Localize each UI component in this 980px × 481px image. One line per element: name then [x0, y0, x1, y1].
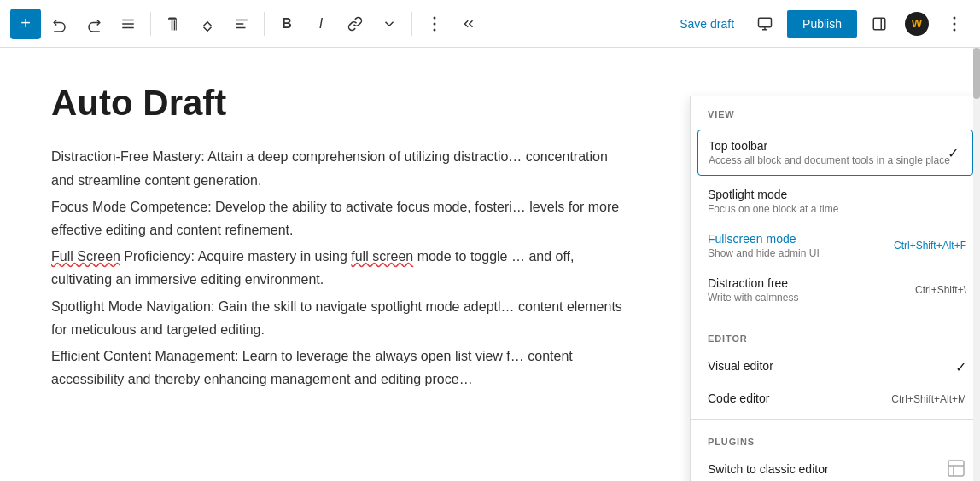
list-view-button[interactable]	[113, 9, 143, 39]
italic-button[interactable]: I	[306, 9, 336, 39]
paragraph-2: Focus Mode Competence: Develop the abili…	[51, 195, 632, 241]
visual-editor-check: ✓	[955, 359, 966, 375]
user-avatar-button[interactable]: W	[901, 9, 932, 39]
divider-1	[150, 12, 151, 36]
distraction-free-shortcut: Ctrl+Shift+\	[915, 284, 966, 296]
svg-rect-12	[873, 18, 885, 30]
visual-editor-title: Visual editor	[708, 359, 963, 373]
view-section-label: VIEW	[691, 96, 980, 126]
move-button[interactable]	[192, 9, 223, 39]
publish-button[interactable]: Publish	[787, 10, 857, 38]
plugins-divider	[691, 419, 980, 420]
spotlight-mode-desc: Focus on one block at a time	[708, 203, 963, 215]
distraction-free-option[interactable]: Distraction free Write with calmness Ctr…	[691, 268, 980, 312]
svg-rect-9	[759, 18, 772, 27]
toolbar: + B I Save draft Publish	[0, 0, 980, 48]
switch-classic-editor-option[interactable]: Switch to classic editor	[691, 454, 980, 481]
svg-point-14	[954, 16, 956, 19]
bold-button[interactable]: B	[271, 9, 302, 39]
svg-point-16	[954, 28, 956, 31]
svg-rect-17	[948, 461, 964, 476]
options-menu-button[interactable]	[939, 9, 970, 39]
scrollbar-thumb[interactable]	[973, 48, 980, 99]
top-toolbar-option[interactable]: Top toolbar Access all block and documen…	[697, 130, 973, 176]
sidebar-toggle-button[interactable]	[864, 9, 895, 39]
main-area: Auto Draft Distraction-Free Mastery: Att…	[0, 48, 980, 481]
fullscreen-mode-shortcut: Ctrl+Shift+Alt+F	[894, 240, 966, 252]
post-content: Distraction-Free Mastery: Attain a deep …	[51, 145, 632, 391]
link-button[interactable]	[340, 9, 370, 39]
paragraph-button[interactable]	[158, 9, 189, 39]
toolbar-right: Save draft Publish W	[671, 9, 970, 39]
collapse-button[interactable]	[453, 9, 484, 39]
more-options-button[interactable]	[374, 9, 405, 39]
spotlight-mode-title: Spotlight mode	[708, 188, 963, 201]
visual-editor-option[interactable]: Visual editor ✓	[691, 351, 980, 383]
svg-point-8	[434, 28, 436, 31]
spotlight-mode-option[interactable]: Spotlight mode Focus on one block at a t…	[691, 179, 980, 223]
desktop-preview-button[interactable]	[750, 9, 780, 39]
paragraph-1: Distraction-Free Mastery: Attain a deep …	[51, 145, 632, 191]
top-toolbar-title: Top toolbar	[709, 139, 962, 153]
plugin-icon	[946, 458, 966, 481]
paragraph-3: Full Screen Proficiency: Acquire mastery…	[51, 245, 632, 291]
svg-point-7	[434, 22, 436, 25]
code-editor-option[interactable]: Code editor Ctrl+Shift+Alt+M	[691, 383, 980, 415]
svg-point-15	[954, 22, 956, 25]
plugins-section-label: PLUGINS	[691, 423, 980, 454]
redo-button[interactable]	[79, 9, 109, 39]
paragraph-5: Efficient Content Management: Learn to l…	[51, 345, 632, 391]
switch-classic-editor-title: Switch to classic editor	[708, 462, 963, 476]
svg-point-6	[434, 16, 436, 19]
align-button[interactable]	[226, 9, 257, 39]
divider-2	[264, 12, 265, 36]
scrollbar-track[interactable]	[973, 48, 980, 481]
editor-divider	[691, 316, 980, 316]
top-toolbar-check: ✓	[948, 145, 959, 161]
view-options-dropdown: VIEW Top toolbar Access all block and do…	[690, 96, 980, 481]
more-menu-button[interactable]	[419, 9, 450, 39]
top-toolbar-desc: Access all block and document tools in a…	[709, 154, 962, 166]
paragraph-4: Spotlight Mode Navigation: Gain the skil…	[51, 295, 632, 341]
divider-3	[411, 12, 412, 36]
add-block-button[interactable]: +	[10, 9, 41, 39]
editor-section-label: EDITOR	[691, 320, 980, 351]
code-editor-shortcut: Ctrl+Shift+Alt+M	[891, 393, 966, 405]
undo-button[interactable]	[44, 9, 75, 39]
fullscreen-mode-option[interactable]: Fullscreen mode Show and hide admin UI C…	[691, 223, 980, 268]
save-draft-button[interactable]: Save draft	[671, 12, 743, 36]
